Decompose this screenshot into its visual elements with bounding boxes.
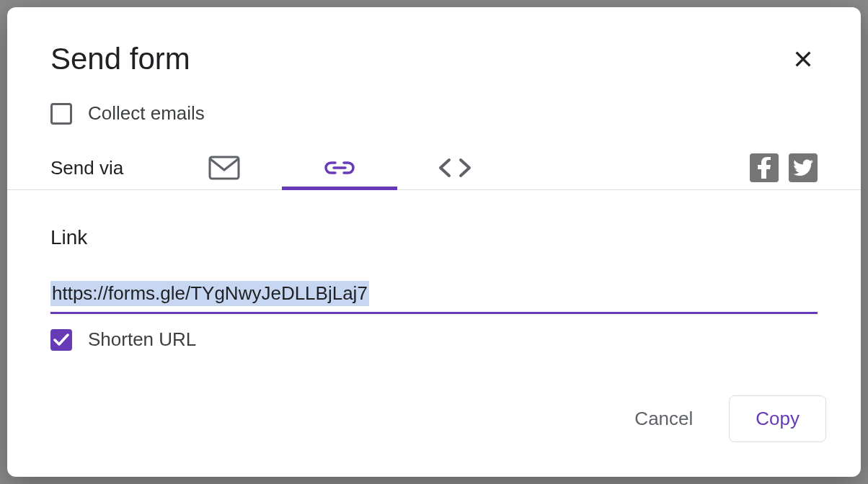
copy-button[interactable]: Copy <box>729 395 826 442</box>
tab-email[interactable] <box>167 146 282 189</box>
modal-header: Send form <box>7 7 861 76</box>
svg-rect-0 <box>210 157 239 179</box>
collect-emails-label: Collect emails <box>88 102 205 125</box>
tabs-row: Send via <box>7 125 861 190</box>
email-icon <box>208 156 240 180</box>
embed-icon <box>437 157 473 179</box>
twitter-icon <box>793 159 813 176</box>
link-icon <box>324 160 355 176</box>
modal-footer: Cancel Copy <box>7 395 861 477</box>
link-section-label: Link <box>50 226 818 249</box>
tab-link[interactable] <box>282 146 397 189</box>
link-section: Link https://forms.gle/TYgNwyJeDLLBjLaj7… <box>7 190 861 395</box>
facebook-button[interactable] <box>750 153 779 182</box>
shorten-url-label: Shorten URL <box>88 328 196 351</box>
cancel-button[interactable]: Cancel <box>627 399 700 439</box>
send-form-modal: Send form Collect emails Send via <box>7 7 861 477</box>
facebook-icon <box>758 157 771 179</box>
link-input-wrap: https://forms.gle/TYgNwyJeDLLBjLaj7 <box>50 281 818 314</box>
collect-emails-checkbox[interactable] <box>50 103 72 125</box>
collect-emails-row: Collect emails <box>7 76 861 125</box>
tab-embed[interactable] <box>397 146 513 189</box>
close-icon <box>792 48 815 71</box>
twitter-button[interactable] <box>789 153 818 182</box>
close-button[interactable] <box>789 45 818 73</box>
check-icon <box>53 333 69 346</box>
social-icons <box>750 153 818 182</box>
tabs <box>167 146 513 189</box>
modal-title: Send form <box>50 42 190 76</box>
shorten-url-checkbox[interactable] <box>50 329 72 351</box>
shorten-url-row: Shorten URL <box>50 328 818 351</box>
send-via-label: Send via <box>50 157 123 179</box>
link-input[interactable]: https://forms.gle/TYgNwyJeDLLBjLaj7 <box>50 281 369 306</box>
